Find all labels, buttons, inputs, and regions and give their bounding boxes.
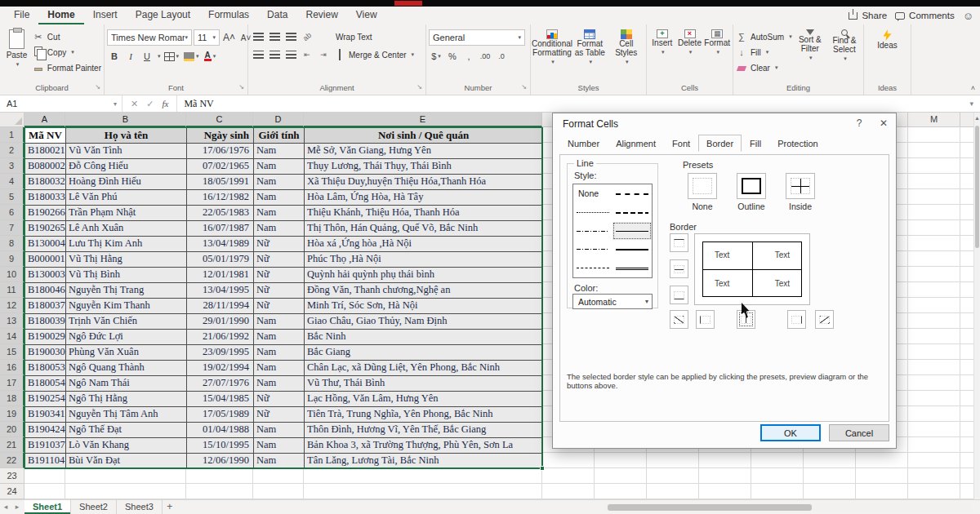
middle-align-button[interactable] bbox=[267, 29, 282, 44]
dialog-help-button[interactable]: ? bbox=[847, 113, 871, 135]
autosum-button[interactable]: ∑AutoSum▾ bbox=[736, 30, 792, 43]
table-cell[interactable]: B180039 bbox=[25, 314, 66, 330]
cell-styles-button[interactable]: Cell Styles▾ bbox=[609, 27, 644, 78]
table-cell[interactable]: 19/02/1994 bbox=[187, 361, 254, 376]
table-cell[interactable]: Trần Phạm Nhật bbox=[66, 206, 187, 221]
line-style-m-dashed[interactable] bbox=[612, 184, 652, 203]
row-header-9[interactable]: 9 bbox=[0, 251, 24, 267]
column-header-A[interactable]: A bbox=[24, 113, 65, 127]
table-cell[interactable]: Trịnh Văn Chiến bbox=[66, 314, 187, 330]
row-header-16[interactable]: 16 bbox=[0, 360, 24, 375]
table-cell[interactable]: B180037 bbox=[25, 299, 66, 314]
table-cell[interactable]: Nam bbox=[254, 175, 305, 190]
table-cell[interactable]: 21/06/1992 bbox=[187, 330, 254, 345]
table-cell[interactable]: Nữ bbox=[254, 268, 305, 283]
cut-button[interactable]: ✂Cut bbox=[33, 30, 101, 43]
number-format-combo[interactable]: General▾ bbox=[429, 29, 525, 46]
delete-cells-button[interactable]: × Delete▾ bbox=[677, 27, 703, 78]
table-cell[interactable]: Lê Văn Phú bbox=[66, 190, 187, 206]
paste-button[interactable]: Paste▾ bbox=[2, 27, 31, 78]
row-header-14[interactable]: 14 bbox=[0, 329, 24, 344]
sheet-tab-sheet3[interactable]: Sheet3 bbox=[117, 500, 163, 514]
row-header-11[interactable]: 11 bbox=[0, 282, 24, 298]
table-cell[interactable]: Chân Lạc, xã Dũng Liệt, Yên Phong, Bắc N… bbox=[305, 361, 543, 376]
table-cell[interactable]: 16/12/1982 bbox=[187, 190, 254, 206]
column-header-C[interactable]: C bbox=[186, 113, 253, 127]
share-button[interactable]: Share bbox=[849, 11, 887, 20]
dialog-tab-alignment[interactable]: Alignment bbox=[608, 135, 664, 152]
line-style-medium[interactable] bbox=[612, 240, 652, 259]
preset-inside-button[interactable] bbox=[786, 173, 815, 199]
table-cell[interactable]: Lưu Thị Kim Anh bbox=[66, 237, 187, 252]
table-cell[interactable]: Ngô Đức Lợi bbox=[66, 330, 187, 345]
dialog-titlebar[interactable]: Format Cells ? ✕ bbox=[553, 113, 896, 135]
table-cell[interactable]: 16/07/1987 bbox=[187, 221, 254, 237]
table-cell[interactable]: Xã Thiệu Duy,huyện Thiệu Hóa,Thanh Hóa bbox=[305, 175, 543, 190]
table-cell[interactable]: Nam bbox=[254, 423, 305, 438]
accounting-format-button[interactable]: $▾ bbox=[429, 49, 443, 64]
table-cell[interactable]: 17/06/1976 bbox=[187, 144, 254, 159]
diagonal-down-border-button[interactable] bbox=[670, 310, 688, 329]
sheet-tab-sheet1[interactable]: Sheet1 bbox=[24, 500, 71, 514]
column-header-M[interactable]: M bbox=[908, 113, 960, 127]
vertical-scrollbar[interactable]: ▲ bbox=[973, 113, 980, 499]
wrap-text-button[interactable]: Wrap Text bbox=[321, 30, 372, 43]
row-header-20[interactable]: 20 bbox=[0, 422, 24, 437]
table-cell[interactable]: 23/09/1995 bbox=[187, 345, 254, 361]
header-cell[interactable]: Mã NV bbox=[25, 128, 66, 144]
insert-cells-button[interactable]: + Insert▾ bbox=[649, 27, 675, 78]
row-header-8[interactable]: 8 bbox=[0, 236, 24, 251]
name-box[interactable]: A1 ▾ bbox=[0, 95, 122, 112]
row-header-18[interactable]: 18 bbox=[0, 391, 24, 406]
underline-button[interactable]: U bbox=[140, 49, 154, 64]
table-cell[interactable]: 22/05/1983 bbox=[187, 206, 254, 221]
table-cell[interactable]: 05/01/1979 bbox=[187, 252, 254, 268]
table-cell[interactable]: 29/01/1990 bbox=[187, 314, 254, 330]
table-cell[interactable]: Vũ Thị Bình bbox=[66, 268, 187, 283]
fill-button[interactable]: ↓Fill▾ bbox=[736, 46, 792, 59]
table-cell[interactable]: Minh Trí, Sóc Sơn, Hà Nội bbox=[305, 299, 543, 314]
clipboard-dialog-launcher-icon[interactable]: ↘ bbox=[95, 82, 100, 93]
dialog-tab-protection[interactable]: Protection bbox=[769, 135, 826, 152]
borders-button[interactable]: ▾ bbox=[163, 49, 181, 64]
table-cell[interactable]: Nữ bbox=[254, 237, 305, 252]
expand-formula-bar-icon[interactable]: ▾ bbox=[969, 95, 980, 112]
menu-tab-insert[interactable]: Insert bbox=[84, 7, 127, 24]
orientation-button[interactable]: ab bbox=[296, 26, 317, 47]
table-cell[interactable]: Nam bbox=[254, 376, 305, 392]
table-cell[interactable]: 18/05/1991 bbox=[187, 175, 254, 190]
font-color-button[interactable]: A▾ bbox=[203, 49, 218, 64]
table-cell[interactable]: B190266 bbox=[25, 206, 66, 221]
table-cell[interactable]: Mễ Sở, Văn Giang, Hưng Yên bbox=[305, 144, 543, 159]
preset-outline-button[interactable] bbox=[737, 173, 766, 199]
table-cell[interactable]: Hoàng Đình Hiếu bbox=[66, 175, 187, 190]
percent-style-button[interactable]: % bbox=[445, 49, 460, 64]
ideas-button[interactable]: Ideas bbox=[869, 27, 906, 78]
menu-tab-file[interactable]: File bbox=[5, 7, 38, 24]
table-cell[interactable]: B180053 bbox=[25, 361, 66, 376]
table-cell[interactable]: Nguyễn Thị Tâm Anh bbox=[66, 407, 187, 423]
line-style-dashed[interactable] bbox=[573, 259, 612, 277]
bold-button[interactable]: B bbox=[107, 49, 122, 64]
row-header-6[interactable]: 6 bbox=[0, 205, 24, 220]
table-cell[interactable]: 15/10/1995 bbox=[187, 438, 254, 454]
table-cell[interactable]: Đỗ Công Hiếu bbox=[66, 159, 187, 175]
table-cell[interactable]: Nữ bbox=[254, 252, 305, 268]
fill-handle[interactable] bbox=[540, 466, 545, 471]
table-cell[interactable]: B180032 bbox=[25, 175, 66, 190]
table-cell[interactable]: Bùi Văn Đạt bbox=[66, 454, 187, 469]
row-header-10[interactable]: 10 bbox=[0, 267, 24, 282]
vertical-scroll-thumb[interactable] bbox=[975, 126, 979, 248]
font-size-combo[interactable]: 11▾ bbox=[194, 29, 220, 46]
cancel-button[interactable]: Cancel bbox=[829, 424, 889, 441]
table-cell[interactable]: Vũ Thư, Thái Bình bbox=[305, 376, 543, 392]
row-header-19[interactable]: 19 bbox=[0, 406, 24, 422]
align-right-button[interactable] bbox=[283, 47, 298, 62]
table-cell[interactable]: Phùng Văn Xuân bbox=[66, 345, 187, 361]
comments-button[interactable]: Comments bbox=[895, 11, 955, 20]
table-cell[interactable]: Nữ bbox=[254, 392, 305, 407]
column-header-N[interactable]: N bbox=[960, 113, 973, 127]
table-cell[interactable]: Nam bbox=[254, 144, 305, 159]
table-cell[interactable]: Hòa Lâm, Ứng Hòa, Hà Tây bbox=[305, 190, 543, 206]
diagonal-up-border-button[interactable] bbox=[815, 310, 834, 329]
